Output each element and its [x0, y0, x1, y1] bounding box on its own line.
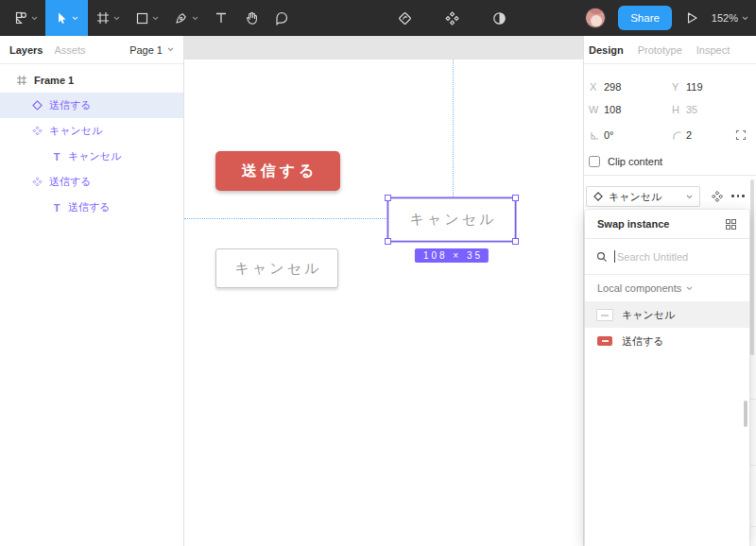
swap-popup-title: Swap instance: [597, 218, 725, 230]
selection-handle-top-left[interactable]: [385, 195, 391, 201]
comment-tool-icon: [274, 10, 289, 26]
x-label: X: [590, 81, 596, 93]
size-row: W 108 H 35: [584, 103, 756, 118]
user-avatar[interactable]: [585, 8, 606, 28]
main-menu-button[interactable]: [6, 0, 45, 36]
layer-name: キャンセル: [68, 149, 121, 163]
edit-object-icon: [397, 10, 413, 26]
chevron-down-icon: [113, 16, 120, 21]
clip-content-label: Clip content: [608, 156, 662, 167]
frame-tool-button[interactable]: [88, 0, 128, 36]
present-play-icon[interactable]: [684, 10, 699, 26]
text-tool-button[interactable]: [206, 0, 236, 36]
pen-tool-button[interactable]: [166, 0, 206, 36]
selection-handle-bottom-left[interactable]: [385, 238, 391, 245]
page-selector-label: Page 1: [129, 44, 163, 56]
y-value[interactable]: 119: [686, 81, 703, 93]
section-divider: [750, 465, 756, 466]
zoom-level-control[interactable]: 152%: [712, 12, 748, 24]
page-selector[interactable]: Page 1: [129, 44, 174, 56]
x-value[interactable]: 298: [604, 81, 621, 93]
component-option-label: キャンセル: [622, 308, 675, 322]
local-components-label: Local components: [597, 282, 681, 294]
tab-design[interactable]: Design: [589, 44, 624, 56]
move-tool-icon: [55, 11, 69, 26]
corner-radius-icon: [671, 129, 683, 142]
selection-handle-top-right[interactable]: [512, 195, 519, 201]
swap-popup-header: Swap instance: [585, 210, 749, 239]
cancel-instance-label: キャンセル: [407, 211, 497, 229]
submit-button-label: 送信する: [238, 162, 318, 181]
layer-row-frame-1[interactable]: Frame 1: [0, 67, 183, 93]
independent-corners-icon[interactable]: [734, 128, 747, 142]
cancel-button-label: キャンセル: [232, 260, 322, 278]
layer-row-text[interactable]: T 送信する: [0, 195, 183, 220]
frame-tool-icon: [95, 10, 111, 26]
more-options-icon[interactable]: [731, 195, 745, 197]
cancel-button-object[interactable]: キャンセル: [215, 248, 338, 288]
grid-view-icon[interactable]: [725, 218, 737, 230]
tab-layers[interactable]: Layers: [9, 44, 43, 56]
component-option-submit[interactable]: 送信する: [585, 328, 749, 354]
layer-row-component[interactable]: キャンセル: [0, 118, 183, 144]
tab-prototype[interactable]: Prototype: [638, 44, 682, 56]
tool-group-left: [0, 0, 297, 36]
layer-list: Frame 1 送信する キャンセル: [0, 64, 183, 220]
create-component-button[interactable]: [437, 0, 468, 36]
width-value[interactable]: 108: [604, 104, 621, 115]
submit-button-object[interactable]: 送信する: [215, 151, 340, 191]
width-label: W: [589, 104, 598, 115]
layer-row-component[interactable]: 送信する: [0, 169, 183, 195]
frame-1-canvas[interactable]: [184, 60, 583, 546]
height-value[interactable]: 35: [686, 104, 697, 115]
component-actions-icon[interactable]: [711, 190, 724, 203]
section-divider: [750, 399, 756, 400]
layer-row-text[interactable]: T キャンセル: [0, 144, 183, 169]
mask-button[interactable]: [484, 0, 515, 36]
cancel-component-thumbnail: [596, 309, 613, 321]
corner-radius-value[interactable]: 2: [686, 129, 692, 141]
rotation-value[interactable]: 0°: [604, 129, 614, 141]
instance-component-select[interactable]: キャンセル: [586, 186, 700, 207]
share-button[interactable]: Share: [618, 6, 672, 30]
chevron-down-icon: [686, 286, 693, 291]
figma-app: Share 152% Layers Assets Page 1: [0, 0, 756, 546]
tab-inspect[interactable]: Inspect: [696, 44, 730, 56]
height-label: H: [672, 104, 679, 115]
section-divider: [750, 526, 756, 527]
component-option-label: 送信する: [622, 334, 664, 349]
vertical-snap-guide: [453, 60, 454, 198]
hand-tool-button[interactable]: [236, 0, 266, 36]
tool-group-middle: [389, 0, 515, 36]
move-tool-button[interactable]: [45, 0, 88, 36]
submit-component-thumbnail: [596, 335, 613, 348]
hand-tool-icon: [244, 10, 259, 26]
chevron-down-icon: [72, 16, 78, 21]
text-tool-icon: [214, 10, 229, 26]
chevron-down-icon: [192, 16, 198, 21]
canvas[interactable]: 送信する キャンセル 108 × 35 キャンセル: [184, 36, 583, 546]
text-cursor: [614, 250, 615, 263]
pen-tool-icon: [174, 10, 189, 26]
panel-scrollbar-thumb[interactable]: [750, 179, 754, 355]
clip-content-checkbox[interactable]: [589, 156, 600, 167]
chevron-down-icon: [152, 16, 159, 21]
shape-tool-button[interactable]: [128, 0, 166, 36]
comment-tool-button[interactable]: [266, 0, 297, 36]
tab-assets[interactable]: Assets: [54, 44, 85, 56]
edit-object-button[interactable]: [389, 0, 421, 36]
search-icon: [596, 251, 608, 263]
popup-scrollbar-thumb[interactable]: [744, 401, 747, 427]
layer-row-instance[interactable]: 送信する: [0, 93, 183, 118]
y-label: Y: [672, 81, 679, 93]
frame-icon: [16, 75, 27, 86]
selection-handle-bottom-right[interactable]: [512, 238, 519, 245]
layers-panel-header: Layers Assets Page 1: [0, 36, 183, 64]
section-divider: [584, 175, 756, 176]
component-option-cancel[interactable]: キャンセル: [585, 301, 749, 328]
selected-cancel-instance[interactable]: キャンセル 108 × 35: [388, 198, 515, 241]
chevron-down-icon: [31, 16, 38, 21]
search-input[interactable]: [617, 251, 721, 263]
local-components-section-header[interactable]: Local components: [585, 275, 749, 301]
chevron-down-icon: [167, 47, 174, 52]
